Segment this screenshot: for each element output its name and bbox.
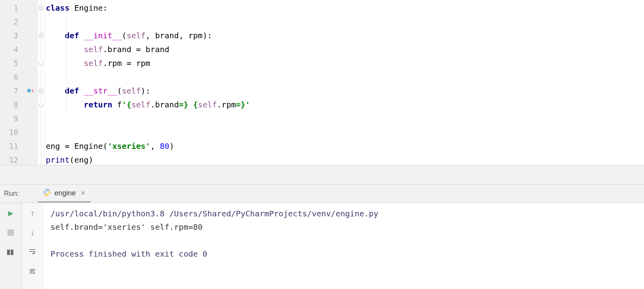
code-line[interactable]: return f'{self.brand=} {self.rpm=}': [45, 98, 644, 111]
code-line[interactable]: def __init__(self, brand, rpm):: [45, 28, 644, 42]
arrow-up-icon: ↑: [30, 208, 35, 218]
override-icon[interactable]: ↑: [27, 87, 35, 95]
close-icon[interactable]: ✕: [80, 190, 86, 197]
run-tab[interactable]: engine ✕: [38, 185, 90, 203]
run-tab-name: engine: [54, 189, 76, 197]
gutter-row[interactable]: 12: [0, 153, 37, 167]
line-number: 11: [9, 142, 37, 150]
editor-area: 1 2 3 4 5 6 7 ↑ 8 9 10 11 12 class Engi: [0, 0, 644, 165]
panel-separator[interactable]: [0, 165, 644, 185]
console-exit: Process finished with exit code 0: [51, 247, 637, 261]
code-line[interactable]: eng = Engine('xseries', 80): [45, 139, 644, 153]
code-line[interactable]: [45, 111, 644, 125]
gutter-row[interactable]: 9: [0, 111, 37, 125]
gutter-row[interactable]: 11: [0, 139, 37, 153]
fold-toggle-icon[interactable]: [39, 89, 43, 93]
gutter-row[interactable]: 7 ↑: [0, 84, 37, 98]
gutter-row[interactable]: 4: [0, 42, 37, 56]
line-number: 10: [9, 128, 37, 137]
scroll-down-button[interactable]: ↓: [26, 227, 38, 238]
python-icon: [43, 188, 51, 199]
layout-button[interactable]: [5, 246, 17, 258]
line-number: 4: [14, 45, 37, 54]
gutter-row[interactable]: 8: [0, 98, 37, 111]
line-number: 8: [14, 100, 37, 109]
wrap-icon: [28, 248, 36, 257]
scroll-up-button[interactable]: ↑: [26, 207, 38, 219]
line-number: 1: [14, 4, 37, 12]
fold-column: [37, 0, 45, 165]
fold-toggle-icon[interactable]: [39, 34, 43, 38]
stop-button[interactable]: [5, 227, 17, 238]
run-label: Run:: [0, 190, 38, 198]
line-number: 6: [14, 73, 37, 81]
stop-icon: [7, 229, 14, 236]
line-number: 12: [9, 156, 37, 164]
code-line[interactable]: class Engine:: [45, 1, 644, 15]
console-output[interactable]: /usr/local/bin/python3.8 /Users/Shared/P…: [43, 203, 644, 289]
soft-wrap-button[interactable]: [26, 246, 38, 258]
gutter-row[interactable]: 6: [0, 70, 37, 84]
console-command: /usr/local/bin/python3.8 /Users/Shared/P…: [51, 207, 637, 220]
code-line[interactable]: [45, 15, 644, 28]
gutter-row[interactable]: 5: [0, 56, 37, 70]
layout-icon: [7, 250, 14, 255]
line-number: 3: [14, 31, 37, 40]
console-blank: [51, 234, 637, 247]
gutter-row[interactable]: 10: [0, 125, 37, 139]
gutter: 1 2 3 4 5 6 7 ↑ 8 9 10 11 12: [0, 0, 37, 165]
console-stdout: self.brand='xseries' self.rpm=80: [51, 220, 637, 234]
gutter-row[interactable]: 2: [0, 15, 37, 28]
run-toolbar-left: ▶: [0, 203, 22, 289]
code-line[interactable]: self.rpm = rpm: [45, 56, 644, 70]
code-line[interactable]: self.brand = brand: [45, 42, 644, 56]
run-toolbar-console: ↑ ↓: [22, 203, 43, 289]
code-line[interactable]: [45, 70, 644, 84]
fold-end-icon[interactable]: [39, 104, 43, 107]
scroll-to-end-icon: [28, 267, 36, 277]
code-line[interactable]: [45, 125, 644, 139]
line-number: 9: [14, 114, 37, 123]
scroll-to-end-button[interactable]: [26, 266, 38, 278]
play-icon: ▶: [8, 208, 13, 218]
fold-end-icon[interactable]: [39, 62, 43, 65]
gutter-row[interactable]: 1: [0, 1, 37, 15]
run-button[interactable]: ▶: [5, 207, 17, 219]
line-number: 2: [14, 17, 37, 26]
run-body: ▶ ↑ ↓ /usr/local/bin/python3.8 /Users/Sh…: [0, 203, 644, 289]
code-line[interactable]: print(eng): [45, 153, 644, 167]
line-number: 5: [14, 59, 37, 68]
fold-toggle-icon[interactable]: [39, 6, 43, 10]
gutter-row[interactable]: 3: [0, 28, 37, 42]
arrow-down-icon: ↓: [30, 228, 35, 238]
code-editor[interactable]: class Engine: def __init__(self, brand, …: [45, 0, 644, 165]
code-line[interactable]: def __str__(self):: [45, 84, 644, 98]
run-tool-header: Run: engine ✕: [0, 185, 644, 203]
